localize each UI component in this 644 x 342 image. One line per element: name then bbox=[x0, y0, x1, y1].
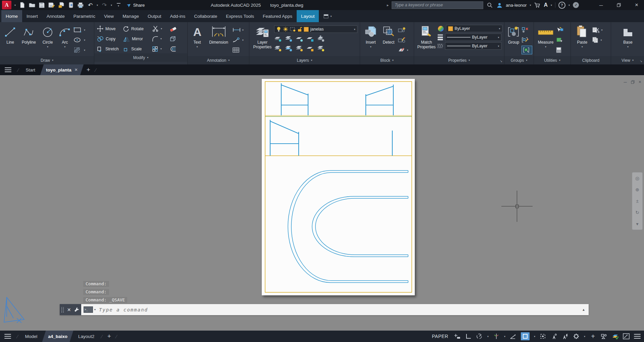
doc-restore-icon[interactable] bbox=[631, 80, 635, 84]
qat-customize-icon[interactable]: ▾ bbox=[115, 2, 122, 8]
ungroup-button[interactable] bbox=[522, 26, 532, 34]
copy-button[interactable]: Copy bbox=[97, 36, 123, 42]
command-bar-handle[interactable]: ✕ bbox=[60, 304, 81, 315]
share-button[interactable]: ➤ Share bbox=[127, 2, 145, 8]
fillet-button[interactable]: ▾ bbox=[152, 36, 169, 42]
command-bar[interactable]: ✕ >_ ▾ ▲ bbox=[60, 304, 589, 315]
space-indicator[interactable]: PAPER bbox=[432, 334, 448, 339]
object-color-combo[interactable]: ByLayer ▾ bbox=[446, 25, 502, 32]
open-folder-icon[interactable] bbox=[29, 2, 35, 8]
print-icon[interactable] bbox=[77, 2, 84, 8]
undo-dropdown-icon[interactable]: ▾ bbox=[97, 4, 98, 7]
close-button[interactable]: × bbox=[629, 0, 644, 10]
isodraft-dropdown-icon[interactable]: ▾ bbox=[504, 335, 505, 338]
layer-combo[interactable]: janelas ▾ bbox=[274, 26, 357, 33]
search-collapse-icon[interactable]: ▸ bbox=[387, 3, 389, 7]
new-layout-button[interactable]: + bbox=[104, 331, 114, 342]
nav-orbit-icon[interactable]: ↻ bbox=[635, 210, 639, 215]
leader-dropdown-icon[interactable]: ▾ bbox=[242, 39, 244, 42]
gear-dropdown-icon[interactable]: ▾ bbox=[584, 335, 585, 338]
restore-button[interactable] bbox=[611, 0, 626, 10]
layer-isolate-button[interactable] bbox=[285, 35, 292, 41]
cart-icon[interactable] bbox=[534, 2, 541, 8]
tab-annotate[interactable]: Annotate bbox=[42, 10, 69, 22]
layer-make-current-button[interactable] bbox=[317, 35, 324, 41]
user-dropdown-icon[interactable]: ▾ bbox=[530, 4, 531, 7]
redo-icon[interactable]: ↷ bbox=[101, 2, 108, 8]
autodesk-logo-icon[interactable]: A bbox=[544, 2, 548, 8]
text-button[interactable]: A Text ▾ bbox=[190, 23, 205, 56]
layout-paper-sheet[interactable] bbox=[262, 79, 415, 295]
undo-icon[interactable]: ↶ bbox=[87, 2, 94, 8]
group-button[interactable]: Group bbox=[506, 23, 521, 56]
annotation-autoscale-icon[interactable] bbox=[562, 333, 568, 340]
tab-manage[interactable]: Manage bbox=[118, 10, 143, 22]
quick-calculator-button[interactable] bbox=[556, 46, 568, 54]
panel-label-annotation[interactable]: Annotation▾ bbox=[188, 56, 249, 64]
isolate-objects-icon[interactable] bbox=[601, 333, 607, 340]
group-edit-button[interactable] bbox=[522, 36, 532, 44]
customize-wrench-icon[interactable] bbox=[74, 307, 80, 312]
dimension-button[interactable]: Dimension bbox=[205, 23, 232, 56]
ellipse-dropdown-icon[interactable]: ▾ bbox=[84, 39, 85, 42]
tab-layout[interactable]: Layout bbox=[297, 10, 319, 22]
lineweight-combo-dropdown-icon[interactable]: ▾ bbox=[498, 36, 499, 39]
quick-properties-button[interactable] bbox=[556, 36, 568, 44]
command-expand-icon[interactable]: ▲ bbox=[582, 304, 585, 315]
close-tab-icon[interactable]: ✕ bbox=[75, 67, 78, 72]
cut-button[interactable]: ▾ bbox=[592, 26, 609, 34]
drawing-canvas[interactable]: ─ × bbox=[0, 75, 644, 331]
layer-combo-dropdown-icon[interactable]: ▾ bbox=[354, 28, 355, 31]
rectangle-dropdown-icon[interactable]: ▾ bbox=[84, 29, 85, 32]
tab-output[interactable]: Output bbox=[143, 10, 166, 22]
user-avatar-icon[interactable] bbox=[496, 2, 503, 8]
offset-button[interactable] bbox=[169, 46, 177, 52]
polyline-button[interactable]: Polyline bbox=[19, 23, 38, 56]
file-tab-start[interactable]: Start bbox=[20, 64, 41, 75]
base-button[interactable]: Base ▾ bbox=[618, 23, 637, 56]
layer-freeze-button[interactable] bbox=[296, 35, 302, 41]
ribbon-collapse-button[interactable]: ▾ bbox=[324, 10, 332, 22]
layer-on-button[interactable] bbox=[274, 45, 281, 51]
doc-minimize-icon[interactable]: ─ bbox=[624, 80, 627, 85]
linetype-combo[interactable]: ByLayer ▾ bbox=[445, 42, 501, 50]
user-name[interactable]: ana-leonor bbox=[506, 3, 527, 8]
health-dashboard-icon[interactable]: ⁄⁄ bbox=[573, 2, 579, 8]
tab-home[interactable]: Home bbox=[1, 10, 22, 22]
autodesk-dropdown-icon[interactable]: ▾ bbox=[551, 4, 552, 7]
cut-dropdown-icon[interactable]: ▾ bbox=[601, 29, 602, 32]
object-snap-icon[interactable] bbox=[521, 332, 530, 340]
rectangle-button[interactable]: ▾ bbox=[73, 26, 93, 34]
measure-dropdown-icon[interactable]: ▾ bbox=[545, 45, 546, 48]
dimension-linear-dropdown-icon[interactable]: ▾ bbox=[242, 29, 244, 32]
layer-off-button[interactable] bbox=[274, 35, 281, 41]
tab-collaborate[interactable]: Collaborate bbox=[190, 10, 221, 22]
lineweight-combo[interactable]: ByLayer ▾ bbox=[445, 34, 501, 41]
group-selection-toggle[interactable] bbox=[522, 46, 532, 54]
detect-button[interactable]: Detect bbox=[380, 23, 397, 56]
search-icon[interactable] bbox=[486, 2, 493, 8]
tab-featured-apps[interactable]: Featured Apps bbox=[258, 10, 297, 22]
arc-dropdown-icon[interactable]: ▾ bbox=[64, 45, 65, 48]
layout-tab-layout2[interactable]: Layout2 bbox=[73, 331, 100, 342]
circle-dropdown-icon[interactable]: ▾ bbox=[47, 45, 48, 48]
panel-label-block[interactable]: Block▾ bbox=[360, 56, 414, 64]
trim-dropdown-icon[interactable]: ▾ bbox=[161, 27, 162, 30]
tab-parametric[interactable]: Parametric bbox=[69, 10, 100, 22]
panel-label-layers[interactable]: Layers▾ bbox=[249, 56, 360, 64]
layout-tab-a4-baixo[interactable]: a4_baixo bbox=[43, 331, 73, 342]
copy-clip-dropdown-icon[interactable]: ▾ bbox=[600, 39, 602, 42]
command-input-area[interactable]: >_ ▾ ▲ bbox=[81, 304, 589, 315]
selection-cycling-icon[interactable] bbox=[540, 333, 546, 340]
tab-insert[interactable]: Insert bbox=[22, 10, 42, 22]
save-as-icon[interactable] bbox=[48, 2, 55, 8]
panel-label-draw[interactable]: Draw▾ bbox=[0, 56, 94, 64]
settings-gear-icon[interactable] bbox=[573, 333, 580, 340]
drag-handle-icon[interactable] bbox=[61, 307, 64, 312]
search-input[interactable] bbox=[392, 1, 483, 9]
ellipse-button[interactable]: ▾ bbox=[73, 36, 93, 44]
annotation-scale-add-icon[interactable]: + bbox=[590, 333, 596, 340]
help-dropdown-icon[interactable]: ▾ bbox=[568, 4, 570, 7]
ortho-mode-icon[interactable] bbox=[465, 333, 472, 340]
move-button[interactable]: Move bbox=[97, 26, 123, 32]
